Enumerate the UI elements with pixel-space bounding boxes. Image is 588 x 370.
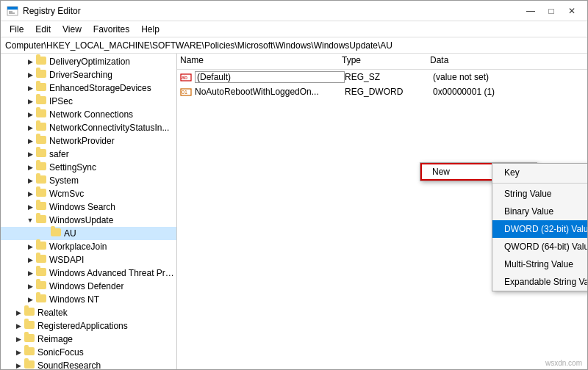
tree-label: SonicFocus [37, 347, 84, 358]
col-name-header: Name [180, 55, 342, 68]
tree-item-reimage[interactable]: ▶ Reimage [1, 333, 176, 346]
reg-value-icon-dword: 01 [180, 86, 192, 98]
address-bar: Computer\HKEY_LOCAL_MACHINE\SOFTWARE\Pol… [1, 37, 587, 54]
tree-item-soundresearch[interactable]: ▶ SoundResearch [1, 359, 176, 369]
cm-new-label: New [432, 167, 450, 177]
folder-icon [36, 189, 48, 199]
folder-icon [36, 70, 48, 80]
expand-icon: ▶ [24, 243, 36, 250]
tree-item-wsdapi[interactable]: ▶ WSDAPI [1, 253, 176, 266]
tree-item-au[interactable]: AU [1, 227, 176, 240]
expand-icon: ▶ [12, 335, 24, 343]
folder-icon [36, 123, 48, 133]
reg-type-default: REG_SZ [345, 72, 433, 82]
tree-item-windowsdefender[interactable]: ▶ Windows Defender [1, 280, 176, 293]
detail-pane[interactable]: Name Type Data ab (Default) REG_SZ (valu… [177, 54, 587, 369]
tree-item-ipsec[interactable]: ▶ IPSec [1, 95, 176, 108]
content-area: ▶ DeliveryOptimization ▶ DriverSearching… [1, 54, 587, 369]
tree-label: IPSec [49, 96, 73, 106]
menu-favorites[interactable]: Favorites [87, 23, 135, 35]
tree-item-workplacejoin[interactable]: ▶ WorkplaceJoin [1, 240, 176, 253]
expand-icon: ▶ [12, 349, 24, 356]
tree-label: WSDAPI [49, 255, 84, 265]
tree-label: Reimage [37, 334, 73, 344]
folder-icon [36, 255, 48, 265]
tree-item-networkconnectivity[interactable]: ▶ NetworkConnectivityStatusIn... [1, 121, 176, 134]
tree-label: NetworkProvider [49, 136, 115, 146]
tree-item-windowssearch[interactable]: ▶ Windows Search [1, 200, 176, 214]
expand-icon: ▶ [24, 71, 36, 79]
cm-sub-multistring[interactable]: Multi-String Value [492, 255, 587, 273]
folder-icon [36, 162, 48, 173]
tree-item-advthreat[interactable]: ▶ Windows Advanced Threat Prote... [1, 266, 176, 280]
cm-sub-string[interactable]: String Value [492, 185, 587, 203]
tree-label: Realtek [37, 308, 68, 318]
cm-sub-key[interactable]: Key [492, 164, 587, 181]
folder-icon [36, 83, 48, 93]
tree-item-enhancedstorage[interactable]: ▶ EnhancedStorageDevices [1, 81, 176, 95]
tree-item-system[interactable]: ▶ System [1, 174, 176, 187]
tree-label: Windows NT [49, 294, 99, 305]
app-icon [7, 5, 18, 17]
expand-icon: ▶ [12, 322, 24, 330]
tree-item-sonicfocus[interactable]: ▶ SonicFocus [1, 346, 176, 359]
cm-sub-key-label: Key [504, 167, 520, 178]
cm-sub-binary[interactable]: Binary Value [492, 203, 587, 220]
title-controls: — □ ✕ [521, 4, 581, 18]
expand-icon: ▶ [24, 84, 36, 92]
registry-editor-window: Registry Editor — □ ✕ File Edit View Fav… [0, 0, 588, 370]
folder-icon [36, 136, 48, 146]
reg-type-noautoreboot: REG_DWORD [345, 87, 433, 97]
minimize-button[interactable]: — [521, 4, 540, 18]
tree-label: SettingSync [49, 162, 96, 173]
registry-row-noautoreboot[interactable]: 01 NoAutoRebootWithLoggedOn... REG_DWORD… [177, 84, 587, 99]
tree-item-networkconnections[interactable]: ▶ Network Connections [1, 108, 176, 121]
cm-sub-qword-label: QWORD (64-bit) Value [504, 242, 587, 252]
col-type-header: Type [342, 55, 430, 68]
registry-row-default[interactable]: ab (Default) REG_SZ (value not set) [177, 70, 587, 84]
expand-icon: ▶ [24, 296, 36, 303]
cm-sub-dword-label: DWORD (32-bit) Value [504, 224, 587, 234]
folder-icon [36, 242, 48, 252]
cm-sub-dword[interactable]: DWORD (32-bit) Value [492, 220, 587, 238]
menu-view[interactable]: View [57, 23, 87, 35]
tree-item-wcmsvc[interactable]: ▶ WcmSvc [1, 187, 176, 200]
folder-icon [36, 268, 48, 278]
tree-label: NetworkConnectivityStatusIn... [49, 123, 169, 133]
cm-sub-qword[interactable]: QWORD (64-bit) Value [492, 238, 587, 255]
tree-item-registeredapplications[interactable]: ▶ RegisteredApplications [1, 319, 176, 333]
tree-label: RegisteredApplications [37, 321, 128, 331]
maximize-button[interactable]: □ [542, 4, 561, 18]
expand-icon: ▶ [24, 150, 36, 158]
tree-item-deliveryoptimization[interactable]: ▶ DeliveryOptimization [1, 55, 176, 68]
svg-text:01: 01 [182, 90, 187, 95]
window-title: Registry Editor [23, 6, 81, 16]
tree-item-settingsync[interactable]: ▶ SettingSync [1, 161, 176, 174]
cm-sub-expandable[interactable]: Expandable String Value [492, 273, 587, 291]
folder-icon [36, 294, 48, 305]
cm-sub-string-label: String Value [504, 189, 551, 199]
menu-edit[interactable]: Edit [29, 23, 57, 35]
tree-item-windowsupdate[interactable]: ▼ WindowsUpdate [1, 214, 176, 227]
close-button[interactable]: ✕ [562, 4, 581, 18]
tree-label: WorkplaceJoin [49, 242, 107, 252]
tree-item-driversearching[interactable]: ▶ DriverSearching [1, 68, 176, 81]
tree-item-windowsnt[interactable]: ▶ Windows NT [1, 293, 176, 306]
menu-file[interactable]: File [4, 23, 29, 35]
cm-sub-multistring-label: Multi-String Value [504, 259, 573, 269]
tree-item-networkprovider[interactable]: ▶ NetworkProvider [1, 134, 176, 148]
sub-menu: Key String Value Binary Value DWORD (32-… [492, 163, 587, 291]
folder-icon [24, 334, 36, 344]
reg-data-default: (value not set) [433, 72, 584, 82]
tree-label: Network Connections [49, 109, 133, 120]
tree-item-realtek[interactable]: ▶ Realtek [1, 306, 176, 319]
folder-icon [36, 215, 48, 225]
folder-icon [36, 96, 48, 106]
expand-icon: ▶ [24, 111, 36, 118]
menu-help[interactable]: Help [135, 23, 165, 35]
cm-sub-binary-label: Binary Value [504, 206, 553, 217]
tree-item-safer[interactable]: ▶ safer [1, 148, 176, 161]
tree-pane[interactable]: ▶ DeliveryOptimization ▶ DriverSearching… [1, 54, 177, 369]
tree-label: EnhancedStorageDevices [49, 83, 151, 93]
expand-icon: ▶ [24, 256, 36, 264]
